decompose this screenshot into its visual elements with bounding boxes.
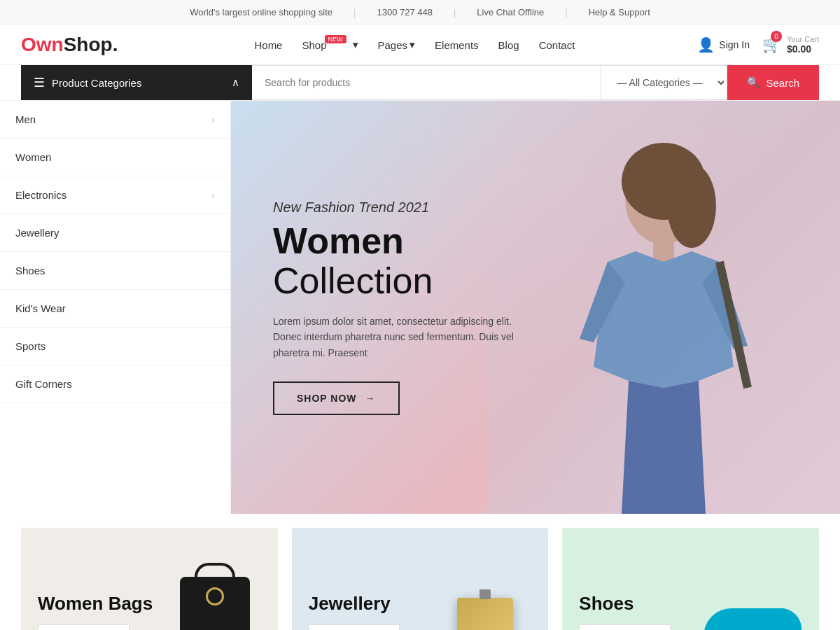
hero-banner: New Fashion Trend 2021 Women Collection … <box>231 101 840 514</box>
feature-card-jewellery: Jewellery Shop Now → <box>292 528 549 630</box>
user-icon: 👤 <box>697 36 715 53</box>
top-bar: World's largest online shopping site | 1… <box>0 0 840 25</box>
nav-home[interactable]: Home <box>254 39 282 51</box>
chevron-down-icon: ▾ <box>410 38 415 51</box>
search-bar: — All Categories — Men Women Electronics… <box>252 65 727 100</box>
new-badge: NEW <box>325 35 346 43</box>
feature-card-bags-shop-now[interactable]: Shop Now → <box>38 624 130 630</box>
sidebar-item-label: Electronics <box>15 189 66 201</box>
category-select[interactable]: — All Categories — Men Women Electronics… <box>601 66 727 99</box>
sidebar-item-men[interactable]: Men › <box>0 101 230 139</box>
logo-own: Own <box>21 34 64 55</box>
feature-card-jewellery-image <box>429 542 541 630</box>
hero-subtitle: New Fashion Trend 2021 <box>273 200 539 216</box>
sidebar-item-women[interactable]: Women <box>0 139 230 176</box>
cart-info: Your Cart $0.00 <box>787 35 819 55</box>
hero-content: New Fashion Trend 2021 Women Collection … <box>231 158 581 458</box>
logo-shop: Shop. <box>64 34 118 55</box>
feature-card-jewellery-content: Jewellery Shop Now → <box>309 593 400 630</box>
main-layout: Men › Women Electronics › Jewellery Shoe… <box>0 101 840 514</box>
nav-blog[interactable]: Blog <box>498 39 519 51</box>
feature-card-bags-title: Women Bags <box>38 593 153 615</box>
feature-card-shoes-content: Shoes Shop Now → <box>579 593 671 630</box>
chevron-down-icon: ▾ <box>353 38 358 51</box>
sidebar-item-shoes[interactable]: Shoes <box>0 252 230 290</box>
cart-amount: $0.00 <box>787 43 819 55</box>
feature-card-bags-content: Women Bags Shop Now → <box>38 593 153 630</box>
sidebar-item-label: Men <box>15 113 36 125</box>
sidebar-item-label: Women <box>15 151 51 163</box>
sidebar-item-electronics[interactable]: Electronics › <box>0 176 230 214</box>
sidebar-item-giftcorners[interactable]: Gift Corners <box>0 365 230 403</box>
topbar-info: World's largest online shopping site <box>190 7 332 18</box>
sidebar: Men › Women Electronics › Jewellery Shoe… <box>0 101 231 514</box>
search-section: ☰ Product Categories ∧ — All Categories … <box>0 65 840 101</box>
header: OwnShop. Home Shop NEW ▾ Pages ▾ Element… <box>0 25 840 65</box>
sidebar-item-sports[interactable]: Sports <box>0 328 230 365</box>
search-button[interactable]: 🔍 Search <box>727 65 819 100</box>
sidebar-item-kidswear[interactable]: Kid's Wear <box>0 290 230 328</box>
feature-card-bags: Women Bags Shop Now → <box>21 528 278 630</box>
sign-in-button[interactable]: 👤 Sign In <box>697 36 750 53</box>
svg-point-2 <box>667 164 716 248</box>
feature-card-shoes: Shoes Shop Now → <box>562 528 819 630</box>
nav-elements[interactable]: Elements <box>435 39 479 51</box>
arrow-right-icon: → <box>365 393 376 404</box>
hero-shop-now-button[interactable]: SHOP NOW → <box>273 382 400 415</box>
sidebar-item-label: Jewellery <box>15 227 59 239</box>
topbar-sep1: | <box>354 7 356 18</box>
topbar-chat: Live Chat Offline <box>477 7 544 18</box>
hero-title: Women Collection <box>273 221 539 301</box>
chevron-up-icon: ∧ <box>232 76 239 89</box>
cart-button[interactable]: 🛒 0 Your Cart $0.00 <box>762 35 819 55</box>
hero-title-bold: Women <box>273 220 404 261</box>
feature-card-shoes-image <box>700 542 812 630</box>
hero-description: Lorem ipsum dolor sit amet, consectetur … <box>273 314 539 360</box>
sidebar-item-label: Sports <box>15 340 46 352</box>
feature-card-bags-image <box>159 542 271 630</box>
sidebar-item-label: Gift Corners <box>15 378 72 390</box>
topbar-phone: 1300 727 448 <box>377 7 433 18</box>
chevron-right-icon: › <box>211 190 215 201</box>
sidebar-header: ☰ Product Categories ∧ <box>21 65 252 100</box>
hero-title-light: Collection <box>273 260 433 301</box>
sidebar-item-jewellery[interactable]: Jewellery <box>0 214 230 252</box>
nav-shop[interactable]: Shop NEW ▾ <box>302 38 358 51</box>
cart-label: Your Cart <box>787 35 819 43</box>
feature-card-shoes-shop-now[interactable]: Shop Now → <box>579 624 671 630</box>
topbar-sep2: | <box>454 7 456 18</box>
search-icon: 🔍 <box>747 76 760 89</box>
logo[interactable]: OwnShop. <box>21 34 118 56</box>
search-input[interactable] <box>252 67 601 98</box>
sidebar-header-title: Product Categories <box>52 77 141 89</box>
nav-pages[interactable]: Pages ▾ <box>378 38 416 51</box>
sidebar-item-label: Shoes <box>15 265 46 276</box>
hamburger-icon: ☰ <box>34 75 45 90</box>
topbar-help: Help & Support <box>589 7 650 18</box>
topbar-sep3: | <box>565 7 567 18</box>
sidebar-item-label: Kid's Wear <box>15 302 66 314</box>
feature-cards-section: Women Bags Shop Now → Jewellery Shop Now… <box>0 528 840 630</box>
chevron-right-icon: › <box>211 114 215 125</box>
svg-rect-3 <box>653 241 674 262</box>
feature-card-shoes-title: Shoes <box>579 593 671 615</box>
nav-contact[interactable]: Contact <box>539 39 575 51</box>
cart-count-badge: 0 <box>771 31 782 42</box>
feature-card-jewellery-shop-now[interactable]: Shop Now → <box>309 624 400 630</box>
main-nav: Home Shop NEW ▾ Pages ▾ Elements Blog Co… <box>146 38 683 51</box>
header-actions: 👤 Sign In 🛒 0 Your Cart $0.00 <box>697 35 819 55</box>
feature-card-jewellery-title: Jewellery <box>309 593 400 615</box>
